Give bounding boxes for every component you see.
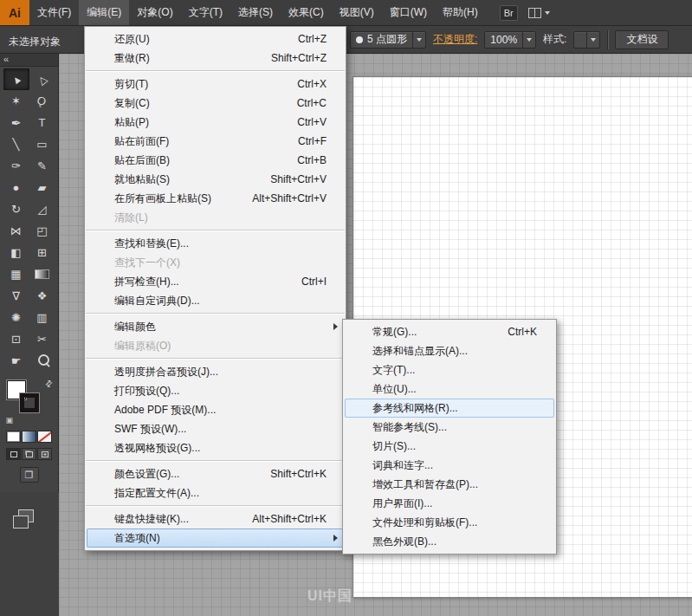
collapse-panel-icon[interactable]: « <box>3 54 9 64</box>
menu-item-paste[interactable]: 粘贴(P) Ctrl+V <box>87 113 344 132</box>
pencil-tool[interactable]: ✎ <box>29 155 55 177</box>
submenu-item-units[interactable]: 单位(U)... <box>345 379 554 399</box>
submenu-item-guides-grid[interactable]: 参考线和网格(R)... <box>345 399 554 418</box>
menu-item-edit-custom-dictionary[interactable]: 编辑自定词典(D)... <box>87 291 344 310</box>
submenu-item-user-interface[interactable]: 用户界面(I)... <box>345 494 554 513</box>
stroke-color-well[interactable] <box>20 393 39 412</box>
menu-item-assign-profile[interactable]: 指定配置文件(A)... <box>87 483 344 503</box>
type-tool[interactable]: T <box>29 112 55 133</box>
dropdown-arrow-icon[interactable] <box>412 32 425 48</box>
blend-tool[interactable]: ❖ <box>29 285 55 307</box>
paintbrush-tool[interactable]: ✑ <box>3 155 29 177</box>
width-tool[interactable]: ⋈ <box>3 220 29 242</box>
menu-item-redo[interactable]: 重做(R) Shift+Ctrl+Z <box>87 49 344 68</box>
rotate-tool[interactable]: ↻ <box>3 198 29 220</box>
zoom-tool[interactable] <box>29 350 55 372</box>
submenu-item-appearance-of-black[interactable]: 黑色外观(B)... <box>345 532 554 551</box>
menu-item-print-presets[interactable]: 打印预设(Q)... <box>87 381 344 400</box>
menu-item-color-settings[interactable]: 颜色设置(G)... Shift+Ctrl+K <box>87 464 344 483</box>
perspective-grid-tool[interactable]: ⊞ <box>29 242 55 263</box>
none-button[interactable] <box>37 431 52 443</box>
bridge-button[interactable]: Br <box>500 5 518 21</box>
menu-item-paste-in-back[interactable]: 贴在后面(B) Ctrl+B <box>87 151 344 170</box>
rectangle-tool[interactable]: ▭ <box>29 133 55 155</box>
submenu-item-selection-anchor-display[interactable]: 选择和锚点显示(A)... <box>345 341 554 360</box>
menu-item-find-and-replace[interactable]: 查找和替换(E)... <box>87 234 344 253</box>
menu-item-copy[interactable]: 复制(C) Ctrl+C <box>87 94 344 113</box>
free-transform-tool[interactable]: ◰ <box>29 220 55 242</box>
submenu-item-plugins-scratch-disks[interactable]: 增效工具和暂存盘(P)... <box>345 475 554 494</box>
menu-item-adobe-pdf-presets[interactable]: Adobe PDF 预设(M)... <box>87 400 344 419</box>
menubar-help[interactable]: 帮助(H) <box>435 0 486 25</box>
menu-item-preferences[interactable]: 首选项(N) <box>87 528 344 548</box>
hand-tool[interactable]: ☛ <box>3 350 29 372</box>
selection-tool[interactable]: ▲ <box>3 68 29 90</box>
direct-selection-tool[interactable]: △ <box>29 68 55 90</box>
eyedropper-tool[interactable]: ∇ <box>3 285 29 307</box>
menu-item-label: 查找和替换(E)... <box>114 237 189 251</box>
menubar-select[interactable]: 选择(S) <box>230 0 281 25</box>
shape-builder-tool[interactable]: ◧ <box>3 242 29 263</box>
menubar-edit[interactable]: 编辑(E) <box>79 0 129 25</box>
menubar-object[interactable]: 对象(O) <box>129 0 180 25</box>
submenu-item-slices[interactable]: 切片(S)... <box>345 437 554 456</box>
dropdown-arrow-icon[interactable] <box>586 32 599 48</box>
pen-tool[interactable]: ✒ <box>3 112 29 133</box>
draw-inside-button[interactable] <box>37 448 52 460</box>
menu-item-edit-colors[interactable]: 编辑颜色 <box>87 317 344 336</box>
menu-item-edit-original[interactable]: 编辑原稿(O) <box>87 336 344 355</box>
menu-item-find-next[interactable]: 查找下一个(X) <box>87 253 344 272</box>
menubar-window[interactable]: 窗口(W) <box>382 0 435 25</box>
mesh-tool[interactable]: ▦ <box>3 263 29 285</box>
dropdown-arrow-icon[interactable] <box>522 32 535 48</box>
gradient-button[interactable] <box>22 431 36 443</box>
menubar-item-label: 文件(F) <box>37 5 71 20</box>
menu-item-paste-in-place[interactable]: 就地粘贴(S) Shift+Ctrl+V <box>87 170 344 189</box>
column-graph-tool[interactable]: ▥ <box>29 307 55 328</box>
slice-tool[interactable]: ✂ <box>29 328 55 350</box>
brush-name: 5 点圆形 <box>367 32 407 47</box>
gradient-tool[interactable] <box>29 263 55 285</box>
menu-item-undo[interactable]: 还原(U) Ctrl+Z <box>87 29 344 49</box>
color-button[interactable] <box>6 431 21 443</box>
scale-tool[interactable]: ◿ <box>29 198 55 220</box>
document-setup-button[interactable]: 文档设 <box>615 30 669 49</box>
blob-brush-tool[interactable]: ● <box>3 177 29 198</box>
default-fill-stroke-icon[interactable]: ▣ <box>6 416 14 425</box>
brush-definition-dropdown[interactable]: 5 点圆形 <box>350 31 426 49</box>
cascade-windows-icon[interactable] <box>10 508 36 530</box>
menu-item-perspective-grid-presets[interactable]: 透视网格预设(G)... <box>87 438 344 457</box>
menubar-type[interactable]: 文字(T) <box>181 0 230 25</box>
menu-item-label: 切片(S)... <box>372 439 416 454</box>
menu-item-check-spelling[interactable]: 拼写检查(H)... Ctrl+I <box>87 272 344 291</box>
swap-fill-stroke-icon[interactable]: ⇄ <box>42 378 55 390</box>
menubar-effect[interactable]: 效果(C) <box>281 0 332 25</box>
draw-behind-button[interactable] <box>22 448 36 460</box>
lasso-tool[interactable]: Ǫ <box>29 90 55 112</box>
style-dropdown[interactable] <box>573 31 600 49</box>
arrange-documents-button[interactable] <box>528 8 550 18</box>
menu-item-paste-in-front[interactable]: 贴在前面(F) Ctrl+F <box>87 132 344 151</box>
opacity-dropdown[interactable]: 100% <box>484 31 536 49</box>
menubar-view[interactable]: 视图(V) <box>332 0 382 25</box>
submenu-item-file-handling-clipboard[interactable]: 文件处理和剪贴板(F)... <box>345 513 554 532</box>
menu-item-paste-on-all-artboards[interactable]: 在所有画板上粘贴(S) Alt+Shift+Ctrl+V <box>87 189 344 208</box>
submenu-item-dictionary-hyphenation[interactable]: 词典和连字... <box>345 456 554 475</box>
menu-item-swf-presets[interactable]: SWF 预设(W)... <box>87 419 344 438</box>
submenu-item-smart-guides[interactable]: 智能参考线(S)... <box>345 418 554 437</box>
screen-mode-button[interactable]: ❐ <box>20 467 39 483</box>
magic-wand-tool[interactable]: ✶ <box>3 90 29 112</box>
opacity-link[interactable]: 不透明度: <box>433 32 477 47</box>
symbol-sprayer-tool[interactable]: ✺ <box>3 307 29 328</box>
menu-item-transparency-flattener-presets[interactable]: 透明度拼合器预设(J)... <box>87 362 344 381</box>
eraser-tool[interactable]: ▰ <box>29 177 55 198</box>
artboard-tool[interactable]: ⊡ <box>3 328 29 350</box>
submenu-item-general[interactable]: 常规(G)... Ctrl+K <box>345 322 554 341</box>
menu-item-cut[interactable]: 剪切(T) Ctrl+X <box>87 75 344 94</box>
submenu-item-type[interactable]: 文字(T)... <box>345 360 554 379</box>
draw-normal-button[interactable] <box>6 448 21 460</box>
line-segment-tool[interactable]: ╲ <box>3 133 29 155</box>
menu-item-clear[interactable]: 清除(L) <box>87 208 344 227</box>
menubar-file[interactable]: 文件(F) <box>29 0 79 25</box>
menu-item-keyboard-shortcuts[interactable]: 键盘快捷键(K)... Alt+Shift+Ctrl+K <box>87 509 344 528</box>
